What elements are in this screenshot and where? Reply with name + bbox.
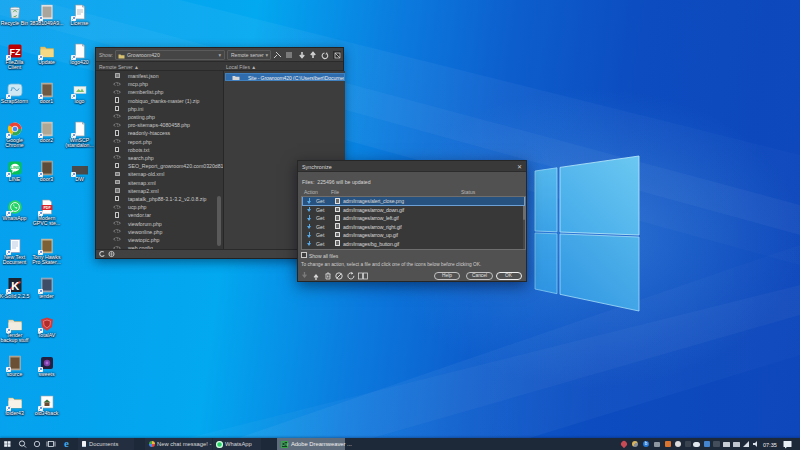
svg-text:LINE: LINE xyxy=(10,165,19,170)
svg-text:PDF: PDF xyxy=(43,206,51,210)
svg-text:K: K xyxy=(11,280,19,292)
svg-text:FZ: FZ xyxy=(9,47,20,57)
